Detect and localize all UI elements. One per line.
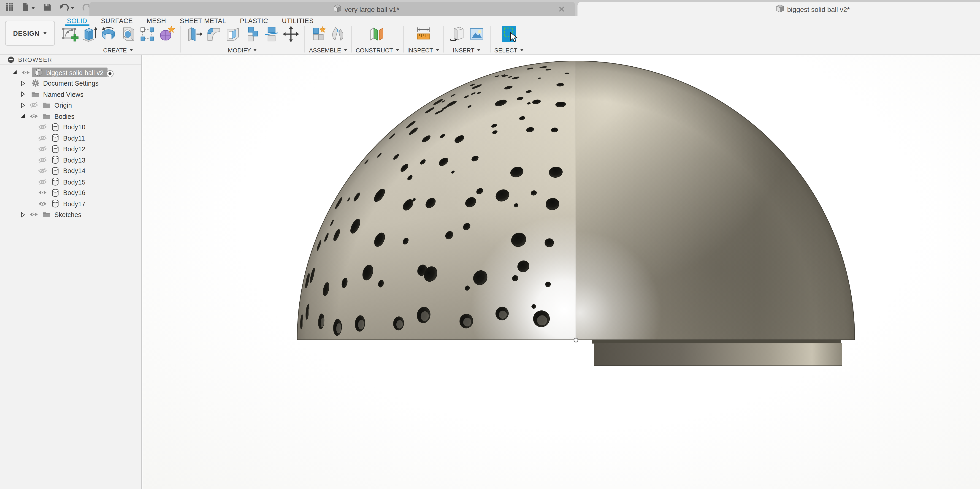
document-tab-inactive[interactable]: very large ball v1* (89, 2, 575, 16)
dropdown-caret-icon (477, 49, 480, 51)
visibility-off-icon[interactable] (38, 178, 47, 185)
tool-rectangular-pattern-button[interactable] (138, 25, 157, 45)
expander-expanded-icon[interactable] (19, 113, 27, 119)
tool-insert-derive-button[interactable] (447, 25, 467, 45)
toolbar-group-select: SELECT (494, 25, 523, 54)
cube-icon (33, 68, 43, 76)
visibility-on-icon[interactable] (21, 69, 30, 75)
cylinder-icon (51, 123, 60, 131)
toolbar-group-label[interactable]: CONSTRUCT (356, 46, 399, 54)
tree-item-label: Body12 (61, 145, 88, 153)
expander-collapsed-icon[interactable] (19, 102, 27, 108)
ribbon-tab-utilities[interactable]: UTILITIES (275, 17, 321, 24)
toolbar-group-label[interactable]: INSERT (453, 46, 480, 54)
tree-item-document-settings[interactable]: Document Settings (0, 78, 141, 89)
tree-item-label: Named Views (41, 91, 85, 98)
expander-collapsed-icon[interactable] (19, 81, 27, 86)
tree-item-body12[interactable]: Body12 (0, 143, 141, 155)
browser-tree: biggest solid ball v2Document SettingsNa… (0, 65, 141, 220)
toolbar-group-label[interactable]: MODIFY (228, 46, 257, 54)
tool-fillet-button[interactable] (204, 25, 223, 45)
toolbar-group-label[interactable]: INSPECT (407, 46, 439, 54)
tree-item-body10[interactable]: Body10 (0, 121, 141, 132)
visibility-off-icon[interactable] (29, 102, 38, 108)
expander-collapsed-icon[interactable] (19, 212, 27, 218)
file-menu-caret-icon (31, 7, 35, 10)
tool-split-body-button[interactable] (262, 25, 281, 45)
tree-item-body17[interactable]: Body17 (0, 198, 141, 209)
tree-item-origin[interactable]: Origin (0, 100, 141, 111)
visibility-off-icon[interactable] (38, 168, 47, 174)
toolbar-group-label[interactable]: SELECT (494, 46, 523, 54)
tool-move-copy-button[interactable] (281, 25, 301, 45)
tool-create-form-button[interactable] (157, 25, 176, 45)
ribbon-tab-plastic[interactable]: PLASTIC (233, 17, 275, 24)
document-tab-bar: very large ball v1* biggest solid ball v… (0, 0, 980, 16)
tree-item-biggest-solid-ball-v2[interactable]: biggest solid ball v2 (0, 67, 141, 78)
model-hemisphere-perforated[interactable] (297, 61, 576, 340)
ribbon-tab-sheet-metal[interactable]: SHEET METAL (173, 17, 233, 24)
tool-combine-button[interactable] (243, 25, 262, 45)
tree-item-body15[interactable]: Body15 (0, 176, 141, 187)
save-button[interactable] (42, 2, 52, 14)
viewport-3d[interactable] (143, 55, 980, 489)
visibility-off-icon[interactable] (38, 146, 47, 152)
tree-item-label: Body11 (61, 134, 87, 142)
ribbon-tab-mesh[interactable]: MESH (140, 17, 173, 24)
tree-item-named-views[interactable]: Named Views (0, 89, 141, 100)
select-icon (500, 25, 518, 46)
tool-measure-button[interactable] (414, 25, 433, 45)
dropdown-caret-icon (436, 49, 439, 51)
design-menu-button[interactable]: DESIGN (5, 21, 55, 46)
toolbar-group-divider (180, 26, 181, 53)
close-icon[interactable] (557, 4, 566, 14)
tool-create-sketch-button[interactable] (60, 25, 80, 45)
toolbar-group-label-text: INSERT (453, 46, 474, 53)
visibility-on-icon[interactable] (29, 212, 38, 218)
undo-button[interactable] (58, 2, 76, 14)
tool-extrude-button[interactable] (80, 25, 99, 45)
tree-item-body14[interactable]: Body14 (0, 165, 141, 176)
collapse-browser-icon[interactable] (8, 54, 14, 65)
tool-revolve-button[interactable] (99, 25, 118, 45)
model-base[interactable] (592, 340, 842, 366)
new-component-icon (309, 25, 328, 46)
tool-joint-button[interactable] (328, 25, 348, 45)
expander-collapsed-icon[interactable] (19, 91, 27, 97)
visibility-off-icon[interactable] (38, 124, 47, 130)
tree-item-label: Document Settings (41, 80, 100, 87)
file-menu-button[interactable] (21, 2, 36, 14)
tree-item-sketches[interactable]: Sketches (0, 209, 141, 220)
toolbar-group-create: CREATE (60, 25, 176, 54)
dropdown-caret-icon (344, 49, 347, 51)
visibility-on-icon[interactable] (38, 201, 47, 207)
tree-item-body11[interactable]: Body11 (0, 132, 141, 143)
app-grid-button[interactable] (4, 2, 15, 14)
document-tab-active[interactable]: biggest solid ball v2* (578, 2, 980, 16)
tree-item-bodies[interactable]: Bodies (0, 111, 141, 121)
ribbon-tab-solid[interactable]: SOLID (60, 17, 94, 24)
visibility-on-icon[interactable] (29, 113, 38, 119)
expander-expanded-icon[interactable] (11, 70, 19, 75)
tree-item-body16[interactable]: Body16 (0, 187, 141, 198)
tool-shell-button[interactable] (223, 25, 243, 45)
model-hemisphere-smooth[interactable] (576, 61, 855, 340)
tool-construct-plane-button[interactable] (368, 25, 387, 45)
dropdown-caret-icon (396, 49, 399, 51)
toolbar-group-label[interactable]: CREATE (103, 46, 133, 54)
tool-select-button[interactable] (499, 25, 519, 45)
ribbon-tab-surface[interactable]: SURFACE (94, 17, 140, 24)
visibility-off-icon[interactable] (38, 135, 47, 141)
canvas-icon (467, 25, 485, 46)
tool-new-component-button[interactable] (309, 25, 328, 45)
tool-press-pull-button[interactable] (185, 25, 204, 45)
tool-hole-button[interactable] (118, 25, 138, 45)
origin-point-marker[interactable] (574, 338, 578, 342)
fusion-window: very large ball v1* biggest solid ball v… (0, 0, 980, 489)
visibility-on-icon[interactable] (38, 190, 47, 196)
visibility-off-icon[interactable] (38, 157, 47, 163)
dropdown-caret-icon (253, 49, 257, 51)
tool-canvas-button[interactable] (467, 25, 486, 45)
toolbar-group-label[interactable]: ASSEMBLE (309, 46, 347, 54)
tree-item-body13[interactable]: Body13 (0, 155, 141, 166)
